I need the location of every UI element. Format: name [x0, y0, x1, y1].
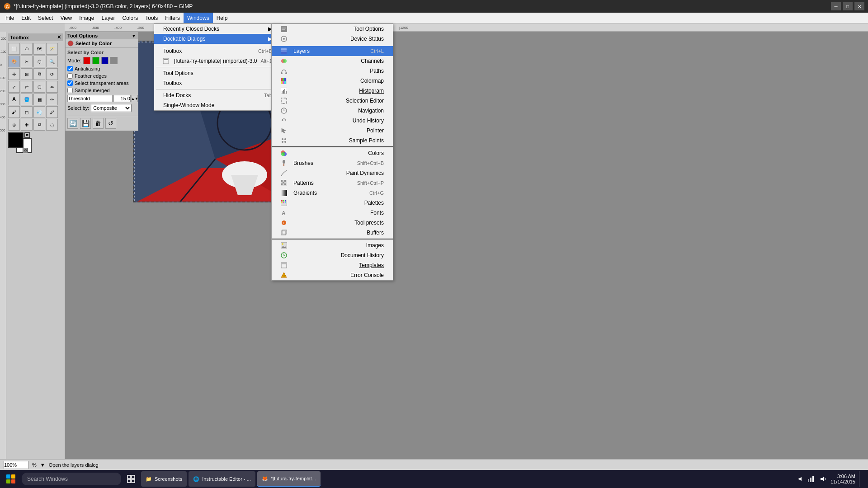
tool-perspective[interactable]: ⬡: [33, 81, 45, 93]
tool-ellipse-select[interactable]: ⬭: [21, 43, 33, 55]
taskbar-task-gimp[interactable]: 🦊 *[futura-fry-templat...: [257, 471, 321, 487]
tool-heal[interactable]: ✚: [21, 119, 33, 131]
submenu-device-status[interactable]: Device Status: [272, 34, 393, 44]
submenu-buffers[interactable]: Buffers: [272, 228, 393, 238]
reset-colors-icon[interactable]: ⟲: [23, 148, 28, 153]
submenu-colors[interactable]: Colors: [272, 148, 393, 158]
submenu-navigation[interactable]: Navigation: [272, 106, 393, 116]
sample-merged-checkbox[interactable]: [67, 88, 73, 93]
submenu-paths[interactable]: Paths: [272, 66, 393, 76]
submenu-palettes[interactable]: Palettes: [272, 198, 393, 208]
submenu-tool-presets[interactable]: T Tool presets: [272, 218, 393, 228]
menu-windows[interactable]: Windows: [184, 13, 213, 23]
tool-crop[interactable]: ⧉: [33, 68, 45, 80]
submenu-layers[interactable]: Layers Ctrl+L: [272, 46, 393, 56]
antialiasing-checkbox[interactable]: [67, 66, 73, 71]
threshold-value-input[interactable]: [113, 95, 131, 102]
menu-view[interactable]: View: [57, 13, 75, 23]
swap-colors-icon[interactable]: ⇄: [24, 132, 30, 138]
tool-foreground-select[interactable]: ⬡: [33, 56, 45, 67]
to-delete-button[interactable]: 🗑: [93, 118, 104, 129]
tool-shear[interactable]: ⥂: [21, 81, 33, 93]
menu-edit[interactable]: Edit: [18, 13, 34, 23]
tool-scale[interactable]: ⤢: [8, 81, 20, 93]
menu-dockable-dialogs[interactable]: Dockable Dialogs ▶: [154, 34, 281, 44]
taskbar-search-input[interactable]: [22, 473, 121, 485]
menu-hide-docks[interactable]: Hide Docks Tab: [154, 90, 281, 100]
menu-toolbox[interactable]: Toolbox Ctrl+B: [154, 46, 281, 56]
submenu-pointer[interactable]: Pointer: [272, 126, 393, 136]
submenu-channels[interactable]: Channels: [272, 56, 393, 66]
submenu-colormap[interactable]: Colormap: [272, 76, 393, 86]
to-refresh-button[interactable]: ↺: [105, 118, 116, 129]
toolbox-close-icon[interactable]: ✕: [57, 34, 61, 40]
tool-perspective-clone[interactable]: ⧉: [33, 119, 45, 131]
tool-clone[interactable]: ⊕: [8, 119, 20, 131]
submenu-histogram[interactable]: Histogram: [272, 86, 393, 96]
select-by-dropdown[interactable]: Composite Red Green Blue: [91, 104, 132, 112]
submenu-sample-points[interactable]: Sample Points: [272, 136, 393, 145]
show-desktop-button[interactable]: [859, 471, 863, 487]
submenu-error-console[interactable]: ! Error Console: [272, 270, 393, 280]
menu-tool-options-item[interactable]: Tool Options: [154, 68, 281, 78]
submenu-patterns[interactable]: Patterns Shift+Ctrl+P: [272, 178, 393, 188]
tool-blur[interactable]: ◌: [46, 119, 58, 131]
mode-add-icon[interactable]: [92, 57, 99, 64]
taskbar-task-instructable[interactable]: 🌐 Instructable Editor - ...: [189, 471, 255, 487]
system-clock[interactable]: 3:06 AM 11/14/2015: [830, 474, 855, 484]
to-save-button[interactable]: 💾: [80, 118, 91, 129]
menu-layer[interactable]: Layer: [98, 13, 119, 23]
tool-eraser[interactable]: ◻: [21, 106, 33, 118]
tool-select-by-color[interactable]: 🎨: [8, 56, 20, 67]
menu-image[interactable]: Image: [75, 13, 98, 23]
menu-select[interactable]: Select: [34, 13, 57, 23]
submenu-selection-editor[interactable]: Selection Editor: [272, 96, 393, 106]
tool-flip[interactable]: ⇔: [46, 81, 58, 93]
zoom-dropdown-icon[interactable]: ▼: [40, 462, 45, 468]
minimize-button[interactable]: ─: [831, 2, 841, 10]
feather-checkbox[interactable]: [67, 73, 73, 79]
tool-rect-select[interactable]: ⬜: [8, 43, 20, 55]
threshold-input[interactable]: [67, 95, 113, 102]
menu-help[interactable]: Help: [213, 13, 231, 23]
menu-single-window[interactable]: Single-Window Mode: [154, 100, 281, 110]
threshold-spin-icon[interactable]: ▲▼: [132, 95, 138, 102]
submenu-templates[interactable]: Templates: [272, 260, 393, 270]
submenu-fonts[interactable]: A Fonts: [272, 208, 393, 218]
volume-icon[interactable]: [820, 475, 827, 483]
tool-scissors-select[interactable]: ✂: [21, 56, 33, 67]
tool-move[interactable]: ✛: [8, 68, 20, 80]
show-hidden-icons-icon[interactable]: [796, 475, 803, 483]
to-restore-button[interactable]: 🔄: [67, 118, 78, 129]
tool-blend[interactable]: ▦: [33, 94, 45, 105]
tool-ink[interactable]: 🖊: [46, 106, 58, 118]
submenu-document-history[interactable]: Document History: [272, 250, 393, 260]
submenu-gradients[interactable]: Gradients Ctrl+G: [272, 188, 393, 198]
maximize-button[interactable]: □: [843, 2, 853, 10]
network-icon[interactable]: [807, 475, 816, 483]
foreground-color-swatch[interactable]: [8, 132, 24, 148]
taskbar-task-screenshots[interactable]: 📁 Screenshots: [141, 471, 187, 487]
submenu-tool-options[interactable]: Tool Options: [272, 24, 393, 34]
start-button[interactable]: [2, 471, 20, 487]
mode-replace-icon[interactable]: [83, 57, 90, 64]
transparent-checkbox[interactable]: [67, 80, 73, 86]
tool-paintbrush[interactable]: 🖌: [8, 106, 20, 118]
menu-filters[interactable]: Filters: [161, 13, 184, 23]
tool-bucket-fill[interactable]: 🪣: [21, 94, 33, 105]
tool-rotate[interactable]: ⟳: [46, 68, 58, 80]
mode-intersect-icon[interactable]: [110, 57, 118, 64]
tool-zoom[interactable]: 🔍: [46, 56, 58, 67]
submenu-brushes[interactable]: Brushes Shift+Ctrl+B: [272, 158, 393, 168]
tool-options-menu-icon[interactable]: ▼: [132, 33, 136, 38]
tool-fuzzy-select[interactable]: 🪄: [46, 43, 58, 55]
submenu-images[interactable]: Images: [272, 240, 393, 250]
zoom-input[interactable]: [4, 461, 28, 469]
menu-file[interactable]: File: [2, 13, 18, 23]
submenu-paint-dynamics[interactable]: Paint Dynamics: [272, 168, 393, 178]
tool-free-select[interactable]: 🗺: [33, 43, 45, 55]
close-button[interactable]: ✕: [854, 2, 864, 10]
menu-colors[interactable]: Colors: [119, 13, 142, 23]
task-view-button[interactable]: [123, 471, 139, 487]
mode-subtract-icon[interactable]: [101, 57, 108, 64]
